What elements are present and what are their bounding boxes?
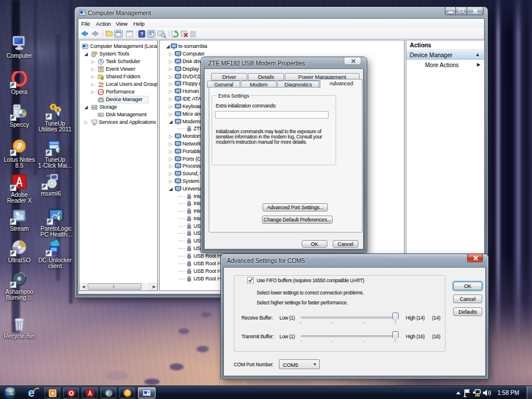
svg-text:!: !: [476, 393, 478, 397]
svg-text:?: ?: [140, 31, 144, 37]
